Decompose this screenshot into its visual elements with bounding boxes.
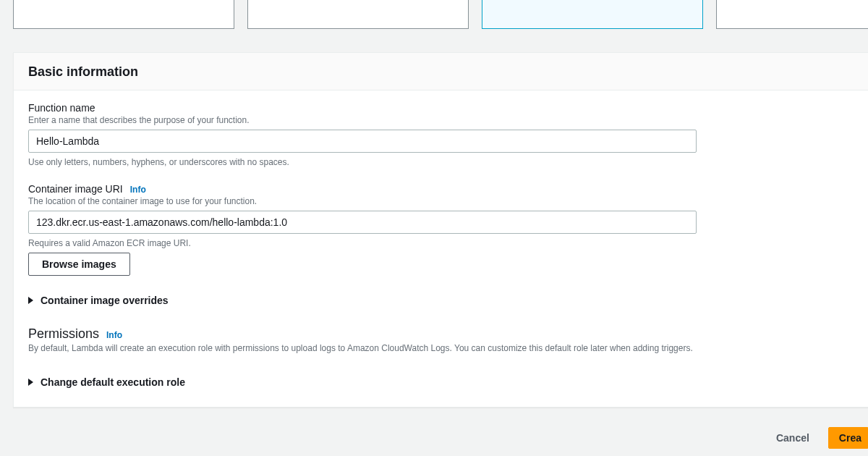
panel-title: Basic information (28, 64, 854, 80)
basic-information-panel: Basic information Function name Enter a … (13, 52, 868, 408)
creation-type-cards: Repository. (13, 0, 868, 29)
permissions-info-link[interactable]: Info (106, 330, 122, 340)
caret-right-icon (28, 297, 33, 304)
option-card-2[interactable] (247, 0, 469, 29)
function-name-label: Function name (28, 102, 854, 114)
cancel-button[interactable]: Cancel (767, 428, 818, 448)
change-default-execution-role-label: Change default execution role (41, 376, 185, 388)
container-image-group: Container image URI Info The location of… (28, 183, 854, 276)
panel-header: Basic information (14, 53, 868, 90)
container-image-label: Container image URI (28, 183, 123, 195)
browse-images-button[interactable]: Browse images (28, 253, 130, 276)
container-image-constraint: Requires a valid Amazon ECR image URI. (28, 238, 854, 248)
container-image-uri-input[interactable] (28, 211, 697, 234)
permissions-description: By default, Lambda will create an execut… (28, 343, 854, 353)
caret-right-icon (28, 379, 33, 386)
option-card-4[interactable]: Repository. (716, 0, 868, 29)
function-name-constraint: Use only letters, numbers, hyphens, or u… (28, 157, 854, 167)
change-default-execution-role-expander[interactable]: Change default execution role (28, 376, 854, 388)
create-function-button[interactable]: Crea (828, 427, 868, 449)
container-image-info-link[interactable]: Info (130, 185, 146, 195)
function-name-group: Function name Enter a name that describe… (28, 102, 854, 167)
container-image-overrides-expander[interactable]: Container image overrides (28, 295, 854, 306)
function-name-input[interactable] (28, 130, 697, 153)
permissions-section: Permissions Info By default, Lambda will… (28, 326, 854, 388)
container-image-overrides-label: Container image overrides (41, 295, 169, 306)
footer-actions: Cancel Crea (767, 427, 868, 449)
option-card-3-selected[interactable] (482, 0, 703, 29)
permissions-title: Permissions (28, 326, 99, 342)
function-name-hint: Enter a name that describes the purpose … (28, 115, 854, 125)
container-image-hint: The location of the container image to u… (28, 196, 854, 206)
option-card-1[interactable] (13, 0, 234, 29)
